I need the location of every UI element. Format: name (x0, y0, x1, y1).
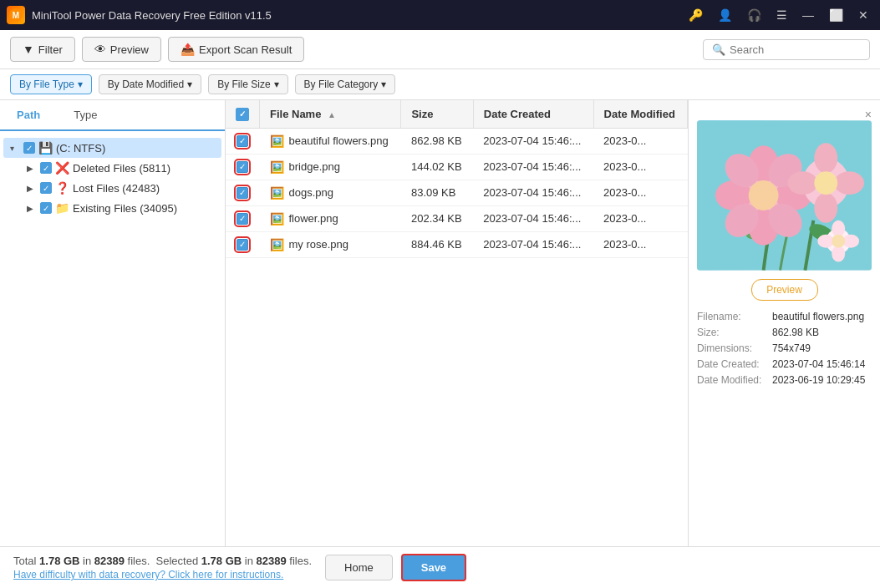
file-date-modified: 2023-0... (593, 180, 687, 205)
preview-button[interactable]: 👁 Preview (82, 37, 161, 62)
file-table: ✓ File Name ▲ Size Date Created (226, 100, 688, 546)
file-date-created: 2023-07-04 15:46:... (473, 231, 593, 257)
main-content: Path Type ▾ ✓ 💾 (C: NTFS) ▶ ✓ ❌ Deleted … (0, 100, 880, 546)
status-actions: Home Save (325, 554, 466, 581)
search-box[interactable]: 🔍 (703, 39, 870, 60)
file-details: Filename: beautiful flowers.png Size: 86… (697, 311, 872, 390)
save-button[interactable]: Save (401, 554, 466, 581)
headphone-icon[interactable]: 🎧 (742, 5, 766, 25)
file-name-cell: 🖼️ dogs.png (260, 180, 401, 205)
file-size: 862.98 KB (401, 128, 473, 154)
file-name: dogs.png (289, 186, 334, 199)
select-all-header[interactable]: ✓ (226, 100, 260, 128)
by-date-modified-button[interactable]: By Date Modified ▾ (99, 74, 201, 94)
check-cell: ✓ (236, 135, 250, 147)
folder-icon: 📁 (55, 201, 69, 215)
check-cell: ✓ (236, 239, 250, 251)
check-cell: ✓ (236, 187, 250, 199)
expand-icon: ▶ (27, 204, 37, 213)
table-row[interactable]: ✓ 🖼️ flower.png 202.34 KB 2023-07-04 15:… (226, 205, 688, 231)
app-title: MiniTool Power Data Recovery Free Editio… (32, 9, 684, 22)
filter-bar: By File Type ▾ By Date Modified ▾ By Fil… (0, 69, 880, 100)
left-panel: Path Type ▾ ✓ 💾 (C: NTFS) ▶ ✓ ❌ Deleted … (0, 100, 226, 546)
svg-point-25 (842, 235, 859, 248)
check-cell: ✓ (236, 161, 250, 173)
file-date-created: 2023-07-04 15:46:... (473, 205, 593, 231)
key-icon[interactable]: 🔑 (684, 5, 708, 25)
search-input[interactable] (730, 43, 861, 56)
row-checkbox-cell: ✓ (226, 231, 260, 257)
window-controls: 🔑 👤 🎧 ☰ — ⬜ ✕ (684, 5, 873, 25)
tree-item-deleted[interactable]: ▶ ✓ ❌ Deleted Files (5811) (20, 158, 221, 178)
close-icon[interactable]: ✕ (853, 5, 873, 25)
svg-text:M: M (13, 11, 19, 20)
tree-root[interactable]: ▾ ✓ 💾 (C: NTFS) (3, 138, 221, 158)
status-text: Total 1.78 GB in 82389 files. Selected 1… (13, 555, 312, 567)
close-preview-button[interactable]: × (865, 109, 872, 120)
lost-checkbox[interactable]: ✓ (40, 182, 52, 194)
file-size: 202.34 KB (401, 205, 473, 231)
help-link[interactable]: Have difficulty with data recovery? Clic… (13, 569, 312, 580)
tabs-header: Path Type (0, 100, 225, 131)
by-file-type-button[interactable]: By File Type ▾ (10, 74, 92, 94)
tab-path[interactable]: Path (0, 100, 57, 131)
lost-icon: ❓ (55, 181, 69, 195)
file-date-modified: 2023-0... (593, 205, 687, 231)
file-name-cell: 🖼️ beautiful flowers.png (260, 128, 401, 154)
size-row: Size: 862.98 KB (697, 327, 872, 338)
table-row[interactable]: ✓ 🖼️ my rose.png 884.46 KB 2023-07-04 15… (226, 231, 688, 257)
table-row[interactable]: ✓ 🖼️ beautiful flowers.png 862.98 KB 202… (226, 128, 688, 154)
by-file-category-button[interactable]: By File Category ▾ (295, 74, 396, 94)
tab-type[interactable]: Type (57, 100, 114, 129)
preview-button[interactable]: Preview (751, 279, 818, 301)
filter-icon: ▼ (23, 43, 34, 56)
user-icon[interactable]: 👤 (713, 5, 737, 25)
by-file-size-button[interactable]: By File Size ▾ (208, 74, 287, 94)
row-checkbox[interactable]: ✓ (237, 135, 248, 147)
file-name: my rose.png (289, 238, 349, 251)
date-created-row: Date Created: 2023-07-04 15:46:14 (697, 358, 872, 370)
file-name-cell: 🖼️ my rose.png (260, 231, 401, 257)
file-date-modified: 2023-0... (593, 128, 687, 154)
size-header[interactable]: Size (401, 100, 473, 128)
date-modified-header[interactable]: Date Modified (593, 100, 687, 128)
deleted-checkbox[interactable]: ✓ (40, 162, 52, 174)
row-checkbox[interactable]: ✓ (237, 161, 248, 173)
existing-checkbox[interactable]: ✓ (40, 202, 52, 214)
expand-icon: ▶ (27, 184, 37, 193)
tree-area: ▾ ✓ 💾 (C: NTFS) ▶ ✓ ❌ Deleted Files (581… (0, 131, 225, 546)
right-panel: × (688, 100, 880, 546)
minimize-icon[interactable]: — (797, 5, 819, 25)
tree-item-existing[interactable]: ▶ ✓ 📁 Existing Files (34095) (20, 198, 221, 218)
png-file-icon: 🖼️ (270, 238, 284, 251)
row-checkbox[interactable]: ✓ (237, 213, 248, 225)
file-size: 144.02 KB (401, 154, 473, 180)
maximize-icon[interactable]: ⬜ (824, 5, 848, 25)
app-logo: M (7, 6, 25, 24)
filename-header[interactable]: File Name ▲ (260, 100, 401, 128)
search-icon: 🔍 (712, 43, 725, 56)
table-row[interactable]: ✓ 🖼️ dogs.png 83.09 KB 2023-07-04 15:46:… (226, 180, 688, 205)
export-button[interactable]: 📤 Export Scan Result (168, 37, 304, 62)
tree-item-lost[interactable]: ▶ ✓ ❓ Lost Files (42483) (20, 178, 221, 198)
png-file-icon: 🖼️ (270, 160, 284, 174)
row-checkbox-cell: ✓ (226, 205, 260, 231)
chevron-down-icon: ▾ (381, 79, 386, 90)
row-checkbox[interactable]: ✓ (237, 187, 248, 199)
dimensions-row: Dimensions: 754x749 (697, 342, 872, 354)
date-created-header[interactable]: Date Created (473, 100, 593, 128)
expand-icon: ▶ (27, 164, 37, 173)
home-button[interactable]: Home (325, 555, 393, 580)
file-date-modified: 2023-0... (593, 154, 687, 180)
row-checkbox[interactable]: ✓ (237, 239, 248, 251)
menu-icon[interactable]: ☰ (771, 5, 792, 25)
root-checkbox[interactable]: ✓ (23, 142, 35, 154)
table-row[interactable]: ✓ 🖼️ bridge.png 144.02 KB 2023-07-04 15:… (226, 154, 688, 180)
expand-icon: ▾ (10, 144, 20, 153)
file-name: beautiful flowers.png (289, 134, 389, 147)
export-icon: 📤 (181, 43, 195, 56)
file-date-created: 2023-07-04 15:46:... (473, 154, 593, 180)
svg-point-16 (814, 143, 837, 173)
filter-button[interactable]: ▼ Filter (10, 37, 75, 62)
select-all-checkbox[interactable]: ✓ (236, 108, 249, 121)
